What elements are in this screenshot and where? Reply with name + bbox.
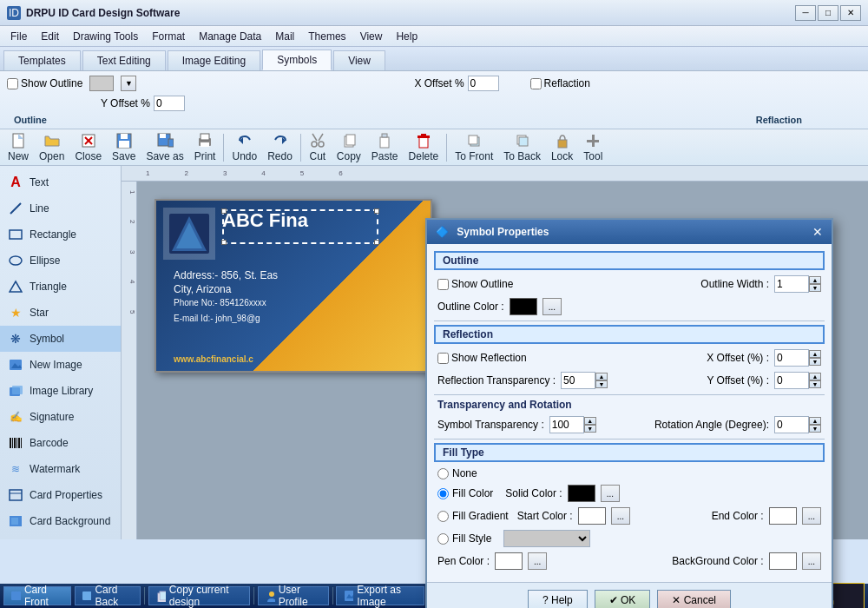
reflection-transparency-label: Reflection Transparency : xyxy=(437,374,556,387)
rotation-up[interactable]: ▲ xyxy=(809,417,821,425)
menu-view[interactable]: View xyxy=(353,29,390,44)
outline-width-up[interactable]: ▲ xyxy=(809,276,821,284)
y-offset-pct-input[interactable] xyxy=(774,372,809,389)
ref-trans-up[interactable]: ▲ xyxy=(595,373,608,380)
pen-color-browse[interactable]: ... xyxy=(528,552,547,570)
fill-color-radio[interactable] xyxy=(437,488,449,499)
close-button[interactable]: ✕ xyxy=(840,5,861,21)
svg-rect-7 xyxy=(119,141,129,148)
tool-button[interactable]: Tool xyxy=(579,129,607,165)
x-offset-pct-spinner: ▲ ▼ xyxy=(774,349,821,367)
fill-gradient-row: Fill Gradient Start Color : ... End Colo… xyxy=(434,507,825,525)
svg-point-59 xyxy=(269,591,274,597)
bg-color-browse[interactable]: ... xyxy=(802,552,821,570)
x-offset-down[interactable]: ▼ xyxy=(809,358,821,366)
fill-style-select[interactable] xyxy=(503,530,590,547)
show-reflection-check[interactable]: Reflaction xyxy=(530,77,590,89)
minimize-button[interactable]: ─ xyxy=(795,5,816,21)
save-button[interactable]: Save xyxy=(108,129,140,165)
rotation-down[interactable]: ▼ xyxy=(809,425,821,433)
tab-symbols[interactable]: Symbols xyxy=(262,50,332,70)
cut-button[interactable]: Cut xyxy=(305,129,331,165)
status-card-back[interactable]: Card Back xyxy=(75,586,141,605)
sym-trans-down[interactable]: ▼ xyxy=(584,425,596,433)
outline-width-down[interactable]: ▼ xyxy=(809,284,821,292)
show-reflection-checkbox[interactable] xyxy=(530,78,542,89)
menu-format[interactable]: Format xyxy=(145,29,192,44)
open-button[interactable]: Open xyxy=(35,129,69,165)
fill-color-radio-label[interactable]: Fill Color xyxy=(437,487,493,499)
delete-button[interactable]: Delete xyxy=(404,129,444,165)
dialog-show-outline-check[interactable]: Show Outline xyxy=(437,278,513,290)
fill-style-radio-label[interactable]: Fill Style xyxy=(437,532,491,545)
end-color-browse[interactable]: ... xyxy=(802,507,821,525)
tab-view[interactable]: View xyxy=(333,50,385,70)
status-user-profile[interactable]: User Profile xyxy=(258,586,329,605)
outline-color-browse[interactable]: ... xyxy=(542,298,562,315)
solid-color-browse[interactable]: ... xyxy=(601,485,620,502)
outline-color-swatch[interactable] xyxy=(510,298,537,315)
y-offset-up[interactable]: ▲ xyxy=(809,373,821,380)
reflection-transparency-input[interactable] xyxy=(561,372,595,389)
fill-gradient-radio-label[interactable]: Fill Gradient xyxy=(437,510,509,522)
show-outline-check[interactable]: Show Outline xyxy=(7,77,82,89)
status-copy-design[interactable]: Copy current design xyxy=(148,586,250,605)
dialog-close-button[interactable]: ✕ xyxy=(812,225,823,239)
tab-text-editing[interactable]: Text Editing xyxy=(82,50,166,70)
outline-width-input[interactable] xyxy=(774,275,809,293)
redo-button[interactable]: Redo xyxy=(263,129,297,165)
menu-file[interactable]: File xyxy=(3,29,34,44)
start-color-browse[interactable]: ... xyxy=(611,507,630,525)
new-button[interactable]: New xyxy=(3,129,33,165)
show-outline-checkbox[interactable] xyxy=(7,78,18,89)
app-icon: ID xyxy=(7,6,21,20)
x-offset-up[interactable]: ▲ xyxy=(809,350,821,358)
undo-button[interactable]: Undo xyxy=(227,129,261,165)
menu-mail[interactable]: Mail xyxy=(268,29,301,44)
x-offset-pct-input[interactable] xyxy=(774,349,809,367)
close-doc-button[interactable]: Close xyxy=(70,129,106,165)
help-button[interactable]: ? Help xyxy=(528,590,588,608)
save-as-button[interactable]: Save as xyxy=(141,129,187,165)
menu-themes[interactable]: Themes xyxy=(301,29,352,44)
menu-edit[interactable]: Edit xyxy=(34,29,66,44)
dialog-show-reflection-check[interactable]: Show Reflection xyxy=(437,352,527,364)
outline-color-btn[interactable]: ▼ xyxy=(121,76,136,91)
status-export-image[interactable]: Export as Image xyxy=(336,586,424,605)
start-color-swatch[interactable] xyxy=(578,507,606,525)
menu-manage-data[interactable]: Manage Data xyxy=(192,29,268,44)
sym-trans-up[interactable]: ▲ xyxy=(584,417,596,425)
fill-gradient-radio[interactable] xyxy=(437,511,449,522)
menu-drawing-tools[interactable]: Drawing Tools xyxy=(66,29,145,44)
rotation-input[interactable] xyxy=(774,416,809,433)
print-button[interactable]: Print xyxy=(190,129,220,165)
menu-help[interactable]: Help xyxy=(389,29,424,44)
tab-templates[interactable]: Templates xyxy=(3,50,81,70)
end-color-swatch[interactable] xyxy=(769,507,797,525)
dialog-show-reflection-checkbox[interactable] xyxy=(437,353,449,364)
maximize-button[interactable]: □ xyxy=(818,5,838,21)
fill-style-radio[interactable] xyxy=(437,533,449,545)
fill-none-radio-label[interactable]: None xyxy=(437,467,477,479)
x-offset-input[interactable] xyxy=(468,76,499,91)
cancel-button[interactable]: ✕ Cancel xyxy=(657,590,731,608)
tab-image-editing[interactable]: Image Editing xyxy=(168,50,260,70)
to-back-button[interactable]: To Back xyxy=(499,129,545,165)
symbol-transparency-input[interactable] xyxy=(549,416,584,433)
y-offset-input[interactable] xyxy=(154,96,185,111)
ok-button[interactable]: ✔ OK xyxy=(595,590,651,608)
pen-color-swatch[interactable] xyxy=(495,552,523,570)
dialog-show-outline-checkbox[interactable] xyxy=(437,279,449,290)
solid-color-swatch[interactable] xyxy=(568,485,595,502)
fill-none-radio[interactable] xyxy=(437,468,449,479)
to-front-button[interactable]: To Front xyxy=(450,129,497,165)
status-card-front[interactable]: Card Front xyxy=(3,586,71,605)
ref-trans-down[interactable]: ▼ xyxy=(595,380,608,388)
paste-button[interactable]: Paste xyxy=(367,129,403,165)
lock-button[interactable]: Lock xyxy=(547,129,577,165)
divider-1 xyxy=(434,321,825,321)
copy-button[interactable]: Copy xyxy=(332,129,365,165)
outline-color-box[interactable] xyxy=(89,76,114,91)
y-offset-down[interactable]: ▼ xyxy=(809,380,821,388)
bg-color-swatch[interactable] xyxy=(769,552,797,570)
